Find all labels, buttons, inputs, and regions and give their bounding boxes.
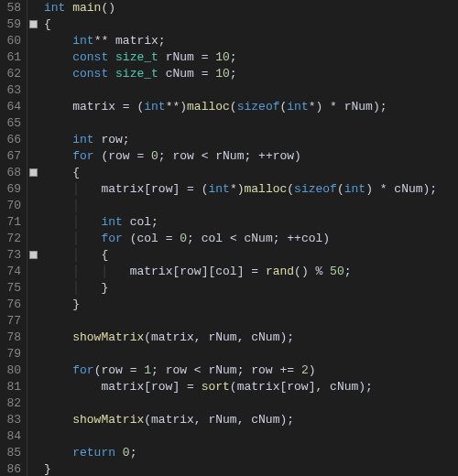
code-token: cNum = [166,67,216,81]
code-token [44,232,72,245]
code-line[interactable]: int row; [44,132,458,148]
code-line[interactable]: │ matrix[row] = (int*)malloc(sizeof(int)… [44,181,458,198]
fold-toggle-icon[interactable] [29,251,38,259]
code-token: ( [287,182,294,196]
code-token: main [72,1,101,15]
code-line[interactable] [44,82,458,99]
code-line[interactable]: matrix = (int**)malloc(sizeof(int*) * rN… [44,99,458,115]
code-line[interactable]: │ { [44,247,458,264]
code-token: int [344,182,365,196]
code-line[interactable]: │ int col; [44,214,458,231]
code-token: │ [72,182,101,196]
code-token: 0 [123,446,130,460]
code-area[interactable]: int main(){ int** matrix; const size_t r… [40,0,458,476]
code-token [44,265,72,278]
code-token: (col = [130,232,180,245]
code-line[interactable]: int main() [44,0,458,16]
line-number: 81 [4,379,21,395]
code-token: matrix[row] = [44,380,202,394]
line-number: 86 [4,461,21,476]
code-token: for [101,232,129,245]
fold-toggle-icon[interactable] [29,20,38,28]
code-token: (row = [101,149,151,163]
code-token: } [44,298,80,311]
code-token: 0 [151,149,158,163]
code-line[interactable]: for(row = 1; row < rNum; row += 2) [44,362,458,379]
line-number: 82 [4,395,21,412]
code-line[interactable]: matrix[row] = sort(matrix[row], cNum); [44,379,458,395]
code-token: showMatrix [72,413,144,427]
code-token: ; [130,446,137,460]
code-token: int [144,100,165,114]
code-token: } [101,281,108,295]
code-line[interactable] [44,313,458,330]
line-number: 78 [4,330,21,346]
code-token: for [72,363,93,377]
code-token [44,67,72,81]
code-token: malloc [187,100,230,114]
line-number: 64 [4,99,21,115]
line-number: 79 [4,346,21,362]
line-number: 65 [4,115,21,132]
code-token: int [72,133,101,146]
code-token: { [44,17,51,31]
code-line[interactable] [44,395,458,412]
code-line[interactable]: } [44,461,458,476]
code-line[interactable] [44,346,458,362]
code-token: matrix; [115,34,166,48]
code-line[interactable]: const size_t rNum = 10; [44,49,458,66]
code-token [44,182,72,196]
code-line[interactable]: for (row = 0; row < rNum; ++row) [44,148,458,165]
code-token [44,50,72,64]
code-token: int [287,100,308,114]
code-token: rand [266,265,294,278]
code-token: (row = [94,363,145,377]
line-number: 77 [4,313,21,330]
code-token: 2 [301,363,309,377]
code-token: │ [72,281,101,295]
code-token: ; [344,265,352,278]
line-number: 60 [4,33,21,49]
code-token: ) * cNum); [365,182,437,196]
code-line[interactable]: showMatrix(matrix, rNum, cNum); [44,412,458,428]
code-line[interactable]: const size_t cNum = 10; [44,66,458,82]
code-token: ** [94,34,115,48]
code-token: rNum = [166,50,216,64]
code-line[interactable]: │ │ matrix[row][col] = rand() % 50; [44,264,458,280]
code-token: sizeof [294,182,337,196]
code-line[interactable]: { [44,16,458,33]
code-line[interactable]: │ for (col = 0; col < cNum; ++col) [44,231,458,247]
code-editor[interactable]: 5859606162636465666768697071727374757677… [0,0,458,476]
code-line[interactable]: return 0; [44,445,458,461]
code-token: 0 [180,232,187,245]
line-number: 69 [4,181,21,198]
code-line[interactable]: showMatrix(matrix, rNum, cNum); [44,330,458,346]
code-token: sizeof [237,100,280,114]
line-number: 66 [4,132,21,148]
code-token: int [208,182,229,196]
code-line[interactable]: int** matrix; [44,33,458,49]
fold-toggle-icon[interactable] [29,168,38,177]
code-line[interactable]: │ [44,198,458,214]
code-token [44,199,72,212]
code-token: ( [230,100,237,114]
code-token: size_t [115,67,166,81]
code-token: (matrix, rNum, cNum); [144,330,294,344]
code-token: ; [230,67,237,81]
line-number-gutter: 5859606162636465666768697071727374757677… [0,0,27,476]
code-token: return [72,446,123,460]
code-token: int [101,215,129,229]
code-line[interactable]: { [44,165,458,181]
line-number: 59 [4,16,21,33]
code-line[interactable]: │ } [44,280,458,297]
fold-column[interactable] [27,0,40,476]
line-number: 73 [4,247,21,264]
line-number: 63 [4,82,21,99]
line-number: 76 [4,297,21,313]
code-line[interactable] [44,428,458,445]
code-token [44,281,72,295]
line-number: 72 [4,231,21,247]
code-line[interactable]: } [44,297,458,313]
code-token: **) [166,100,187,114]
code-line[interactable] [44,115,458,132]
